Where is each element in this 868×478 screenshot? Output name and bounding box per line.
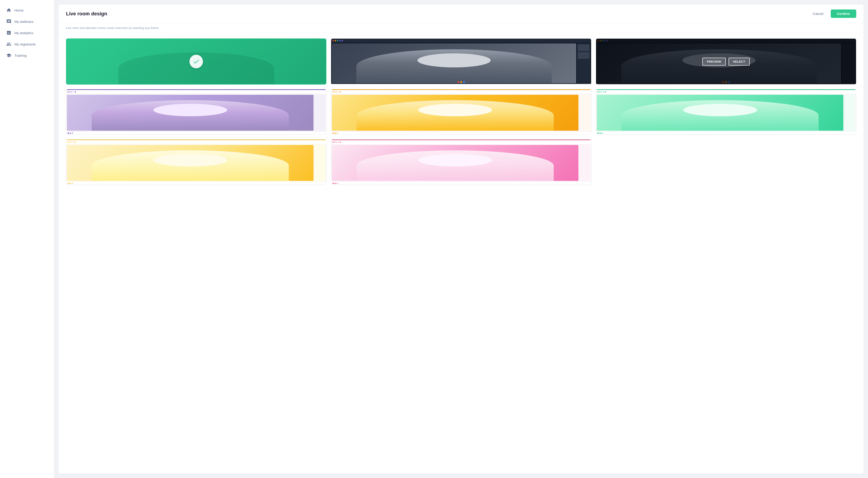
panel-header: Live room design Cancel Confirm — [59, 4, 864, 23]
theme-grid: PREVIEW SELECT — [59, 33, 864, 190]
theme-card-2[interactable] — [331, 38, 591, 85]
registrants-icon — [6, 41, 11, 47]
sidebar-label-training: Training — [14, 54, 27, 57]
sidebar-label-analytics: My analytics — [14, 31, 33, 35]
header-actions: Cancel Confirm — [809, 9, 856, 18]
sidebar-item-my-registrants[interactable]: My registrants — [0, 38, 54, 50]
training-icon — [6, 53, 11, 58]
sidebar-label-home: Home — [14, 8, 24, 12]
theme-card-3[interactable]: PREVIEW SELECT — [596, 38, 856, 85]
sidebar-item-home[interactable]: Home — [0, 4, 54, 16]
main-content: Live room design Cancel Confirm Live roo… — [54, 0, 868, 478]
theme-card-8[interactable] — [331, 139, 591, 185]
page-title: Live room design — [66, 11, 107, 17]
home-icon — [6, 8, 11, 13]
cancel-button[interactable]: Cancel — [809, 10, 827, 18]
webinars-icon — [6, 19, 11, 24]
sidebar-item-training[interactable]: Training — [0, 50, 54, 61]
preview-button-3[interactable]: PREVIEW — [702, 58, 725, 66]
theme-card-1[interactable] — [66, 38, 327, 85]
sidebar-item-my-analytics[interactable]: My analytics — [0, 27, 54, 38]
sidebar-item-my-webinars[interactable]: My webinars — [0, 16, 54, 27]
select-button-3[interactable]: SELECT — [728, 58, 750, 66]
sidebar-label-registrants: My registrants — [14, 42, 36, 46]
analytics-icon — [6, 30, 11, 35]
theme-card-4[interactable] — [66, 89, 327, 135]
confirm-button[interactable]: Confirm — [831, 9, 857, 18]
theme-card-6[interactable] — [596, 89, 856, 135]
panel-subtitle: Live room and attendee rooms could custo… — [59, 23, 864, 33]
theme-card-7[interactable] — [66, 139, 327, 185]
sidebar-label-webinars: My webinars — [14, 20, 33, 24]
sidebar: Home My webinars My analytics My registr… — [0, 0, 54, 478]
content-panel: Live room design Cancel Confirm Live roo… — [59, 4, 864, 474]
theme-card-5[interactable] — [331, 89, 591, 135]
